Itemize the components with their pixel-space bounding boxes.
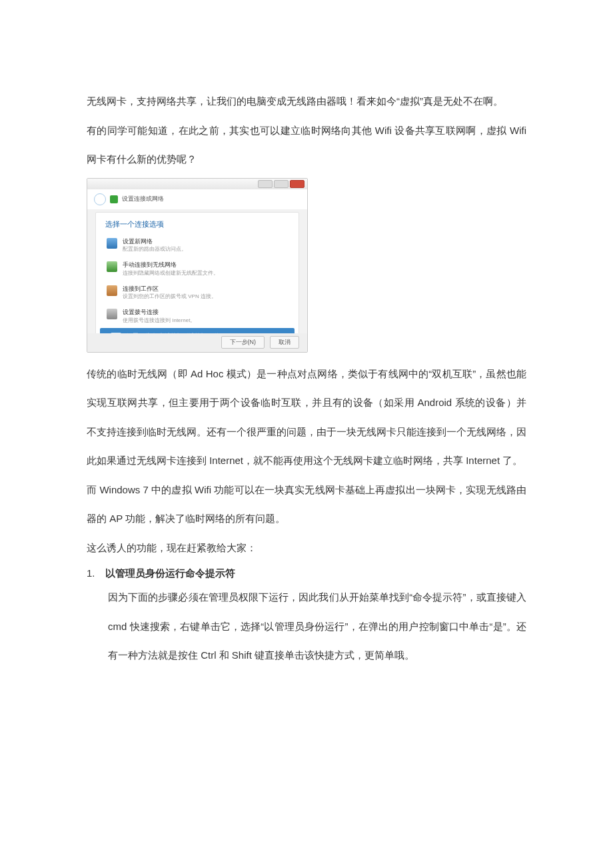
dialog-figure: 设置连接或网络 选择一个连接选项 设置新网络 配置新的路由器或访问点。 手动连接…: [87, 178, 308, 353]
option-dialup: 设置拨号连接 使用拨号连接连接到 Internet。: [96, 304, 299, 328]
briefcase-icon: [107, 285, 117, 296]
min-icon: [258, 180, 273, 188]
option-title: 设置拨号连接: [123, 308, 195, 317]
option-setup-new-network: 设置新网络 配置新的路由器或访问点。: [96, 233, 299, 257]
back-icon: [94, 193, 106, 205]
paragraph-1: 无线网卡，支持网络共享，让我们的电脑变成无线路由器哦！看来如今“虚拟”真是无处不…: [87, 87, 526, 116]
next-button: 下一步(N): [221, 336, 265, 349]
option-caption: 连接到隐藏网络或创建新无线配置文件。: [123, 269, 219, 277]
option-caption: 使用拨号连接连接到 Internet。: [123, 317, 195, 324]
option-caption: 设置到您的工作区的拨号或 VPN 连接。: [123, 293, 217, 300]
dialog-header: 设置连接或网络: [87, 189, 307, 209]
option-workplace: 连接到工作区 设置到您的工作区的拨号或 VPN 连接。: [96, 281, 299, 305]
network-icon: [110, 195, 118, 203]
option-title: 手动连接到无线网络: [123, 261, 219, 269]
step-1-body: 因为下面的步骤必须在管理员权限下运行，因此我们从开始菜单找到“命令提示符”，或直…: [108, 583, 526, 670]
max-icon: [274, 180, 289, 188]
option-manual-wireless: 手动连接到无线网络 连接到隐藏网络或创建新无线配置文件。: [96, 257, 299, 281]
step-number: 1.: [87, 567, 103, 579]
dialog-panel: 选择一个连接选项 设置新网络 配置新的路由器或访问点。 手动连接到无线网络 连接…: [95, 212, 299, 353]
section-title: 选择一个连接选项: [96, 213, 299, 233]
option-caption: 配置新的路由器或访问点。: [123, 245, 187, 253]
dialog-footer: 下一步(N) 取消: [87, 333, 307, 352]
step-1-heading: 1. 以管理员身份运行命令提示符: [87, 567, 526, 580]
paragraph-5: 这么诱人的功能，现在赶紧教给大家：: [87, 533, 526, 563]
cancel-button: 取消: [270, 336, 299, 349]
option-title: 设置新网络: [123, 237, 187, 246]
paragraph-3: 传统的临时无线网（即 Ad Hoc 模式）是一种点对点网络，类似于有线网中的“双…: [87, 359, 526, 475]
router-icon: [107, 238, 117, 249]
dialog-header-text: 设置连接或网络: [122, 195, 164, 203]
dialog-titlebar: [87, 179, 307, 189]
paragraph-4: 而 Windows 7 中的虚拟 Wifi 功能可以在一块真实无线网卡基础上再虚…: [87, 475, 526, 533]
step-title: 以管理员身份运行命令提示符: [105, 567, 235, 579]
paragraph-2: 有的同学可能知道，在此之前，其实也可以建立临时网络向其他 Wifi 设备共享互联…: [87, 116, 526, 174]
wifi-icon: [107, 261, 117, 272]
phone-icon: [107, 309, 117, 319]
option-title: 连接到工作区: [123, 285, 217, 293]
close-icon: [290, 180, 305, 188]
